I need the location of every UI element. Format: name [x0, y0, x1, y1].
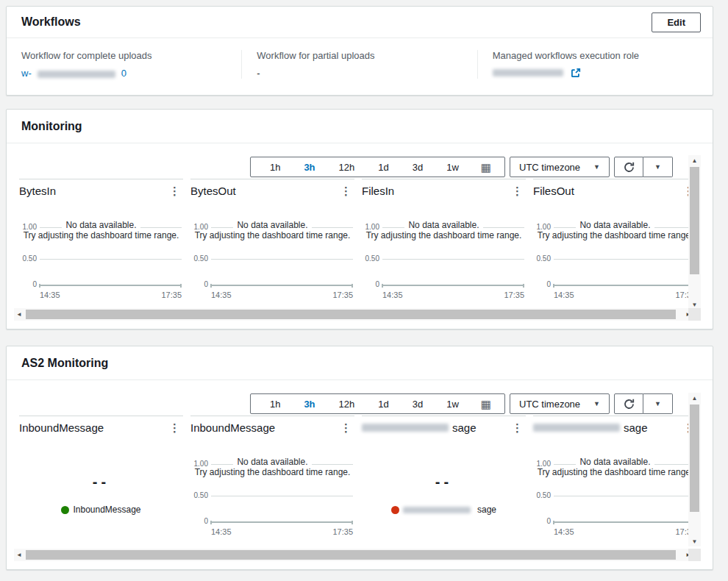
refresh-icon — [623, 161, 635, 174]
chart-title: BytesIn — [19, 185, 56, 197]
calendar-icon[interactable]: ▦ — [471, 162, 497, 173]
scroll-down-icon[interactable]: ▼ — [688, 536, 701, 546]
as2-monitoring-title: AS2 Monitoring — [21, 357, 108, 370]
metric-value: -- — [19, 474, 183, 491]
redacted-text — [403, 507, 471, 513]
horizontal-scrollbar[interactable]: ◄ ► — [14, 549, 693, 561]
scrollbar-thumb[interactable] — [26, 310, 676, 319]
y-tick: 0 — [362, 280, 379, 288]
x-ticks: 14:3517:35 — [211, 527, 353, 536]
scrollbar-thumb[interactable] — [690, 404, 699, 512]
scroll-left-icon[interactable]: ◄ — [14, 549, 24, 561]
value-chart: -- sage — [362, 455, 526, 534]
x-axis-line — [382, 285, 524, 287]
workflow-partial-uploads-field: Workflow for partial uploads - — [241, 50, 477, 79]
legend-label: sage — [477, 505, 496, 515]
chart-widget-filesout: FilesOut ⋮ 1.00 0.50 0 No data available… — [533, 179, 697, 296]
redacted-text — [362, 424, 449, 432]
chart-widget-bytesout: BytesOut ⋮ 1.00 0.50 0 No data available… — [190, 179, 354, 296]
range-12h[interactable]: 12h — [327, 399, 367, 410]
range-3h[interactable]: 3h — [292, 399, 326, 410]
legend-label: InboundMessage — [73, 505, 140, 515]
field-label: Workflow for complete uploads — [21, 50, 226, 61]
range-3d[interactable]: 3d — [401, 162, 435, 173]
refresh-button[interactable] — [614, 393, 643, 414]
chart-widget-redacted-2: sage ⋮ 1.00 0.50 0 No data available. Tr… — [533, 416, 697, 533]
widget-menu-icon[interactable]: ⋮ — [509, 421, 526, 434]
dashboard-controls: 1h 3h 12h 1d 3d 1w ▦ UTC timezone ▼ ▼ — [250, 393, 673, 414]
gridline — [554, 496, 696, 496]
y-tick: 0 — [533, 517, 551, 525]
legend-dot-red — [391, 506, 399, 514]
gridline — [382, 259, 524, 260]
range-1d[interactable]: 1d — [366, 399, 400, 410]
workflow-id-link[interactable]: w-0 — [21, 68, 126, 79]
widget-menu-icon[interactable]: ⋮ — [338, 421, 354, 434]
y-tick: 0 — [533, 280, 551, 288]
refresh-options-button[interactable]: ▼ — [643, 393, 673, 414]
range-1h[interactable]: 1h — [258, 399, 292, 410]
value-chart: -- InboundMessage — [19, 455, 183, 534]
no-data-message: No data available. Try adjusting the das… — [190, 457, 354, 477]
edit-button[interactable]: Edit — [652, 13, 701, 32]
chart-title: InboundMessage — [190, 421, 275, 434]
chart-title: BytesOut — [190, 185, 236, 197]
y-tick: 0.50 — [533, 254, 551, 263]
time-range-selector: 1h 3h 12h 1d 3d 1w ▦ — [250, 157, 505, 177]
timezone-dropdown[interactable]: UTC timezone ▼ — [510, 157, 610, 177]
horizontal-scrollbar[interactable]: ◄ ► — [14, 308, 693, 321]
workflows-panel: Workflows Edit Workflow for complete upl… — [6, 6, 713, 96]
refresh-options-button[interactable]: ▼ — [643, 157, 673, 177]
widget-menu-icon[interactable]: ⋮ — [166, 421, 183, 434]
calendar-icon[interactable]: ▦ — [471, 399, 497, 410]
empty-chart: 1.00 0.50 0 No data available. Try adjus… — [190, 218, 354, 297]
gridline — [554, 259, 696, 260]
chart-title: FilesOut — [533, 185, 574, 197]
chart-title: sage — [362, 421, 477, 434]
widget-menu-icon[interactable]: ⋮ — [166, 185, 183, 197]
field-value: - — [257, 68, 462, 79]
empty-chart: 1.00 0.50 0 No data available. Try adjus… — [533, 455, 697, 534]
y-tick: 0 — [190, 517, 208, 525]
vertical-scrollbar[interactable]: ▲ ▼ — [688, 393, 701, 546]
scroll-up-icon[interactable]: ▲ — [688, 155, 701, 165]
y-tick: 0 — [19, 280, 37, 288]
timezone-label: UTC timezone — [519, 162, 580, 173]
workflows-title: Workflows — [21, 15, 81, 29]
gridline — [40, 259, 182, 260]
widget-menu-icon[interactable]: ⋮ — [509, 185, 526, 197]
range-1h[interactable]: 1h — [258, 162, 292, 173]
chart-title: InboundMessage — [19, 421, 104, 434]
range-1w[interactable]: 1w — [435, 399, 471, 410]
widget-menu-icon[interactable]: ⋮ — [338, 185, 354, 197]
y-tick: 0.50 — [533, 491, 551, 499]
scrollbar-corner — [688, 549, 701, 561]
scroll-left-icon[interactable]: ◄ — [14, 308, 24, 321]
chevron-down-icon: ▼ — [593, 163, 600, 171]
chart-widget-inboundmessage-2: InboundMessage ⋮ 1.00 0.50 0 No data ava… — [190, 416, 354, 533]
chart-widget-inboundmessage-1: InboundMessage ⋮ -- InboundMessage — [19, 416, 183, 533]
chart-widget-filesin: FilesIn ⋮ 1.00 0.50 0 No data available.… — [362, 179, 526, 296]
range-3d[interactable]: 3d — [401, 399, 435, 410]
range-1d[interactable]: 1d — [366, 162, 400, 173]
range-3h[interactable]: 3h — [292, 162, 326, 173]
scroll-up-icon[interactable]: ▲ — [688, 393, 701, 403]
vertical-scrollbar[interactable]: ▲ ▼ — [688, 155, 701, 310]
field-label: Workflow for partial uploads — [257, 50, 462, 61]
chart-widget-bytesin: BytesIn ⋮ 1.00 0.50 0 No data available.… — [19, 179, 183, 296]
external-link-icon[interactable] — [571, 68, 581, 78]
chart-legend: InboundMessage — [19, 505, 183, 515]
empty-chart: 1.00 0.50 0 No data available. Try adjus… — [190, 455, 354, 534]
scrollbar-thumb[interactable] — [690, 167, 699, 274]
scrollbar-thumb[interactable] — [26, 550, 676, 560]
field-label: Managed workflows execution role — [493, 50, 698, 61]
timezone-dropdown[interactable]: UTC timezone ▼ — [510, 393, 610, 414]
refresh-button[interactable] — [614, 157, 643, 177]
chart-legend: sage — [362, 505, 526, 515]
range-1w[interactable]: 1w — [435, 162, 471, 173]
x-axis-line — [39, 285, 182, 287]
x-ticks: 14:3517:35 — [554, 527, 696, 536]
range-12h[interactable]: 12h — [327, 162, 367, 173]
y-tick: 0.50 — [190, 254, 208, 263]
time-range-selector: 1h 3h 12h 1d 3d 1w ▦ — [250, 393, 505, 414]
